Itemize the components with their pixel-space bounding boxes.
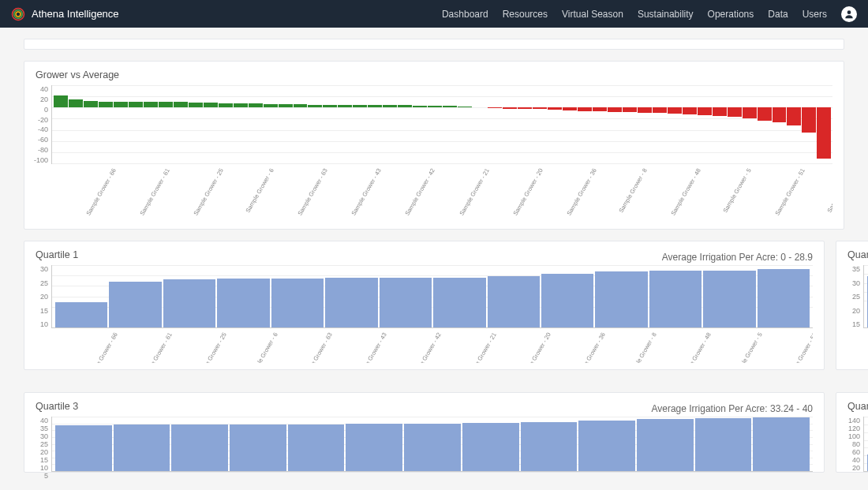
bar [230,425,286,472]
x-axis-label: Sample Grower - 36 [574,331,606,363]
bar [234,85,248,163]
bar [346,424,402,471]
bar [653,85,667,163]
bar [593,85,607,163]
bar [204,85,218,163]
bar [69,85,83,163]
bar [404,424,461,471]
bar [683,85,697,163]
bar [713,85,727,163]
bar [189,85,203,163]
bar [55,302,107,327]
nav-dashboard[interactable]: Dashboard [442,9,488,20]
bar [753,417,810,471]
card-quartile-3: Quartile 3 Average Irrigation Per Acre: … [24,392,825,473]
q3-bars [52,417,813,471]
x-axis-label: Sample Grower - 25 [196,331,228,363]
x-axis-label: Sample Grower - 42 [404,167,436,217]
q2-title: Quartile 2 [847,249,868,260]
x-axis-label: Sample Grower - 42 [410,331,443,363]
bar [114,85,128,163]
bar [698,85,712,163]
x-axis-label: Sample Grower - 51 [773,167,806,217]
q3-y-axis: 403530252015105 [36,417,51,472]
nav-operations[interactable]: Operations [708,9,754,20]
q4-y-axis: 14012010080604020 [847,417,863,472]
brand-logo-icon [11,7,25,21]
bar [518,85,532,163]
brand-name: Athena Intelligence [32,8,119,20]
nav-virtual-season[interactable]: Virtual Season [562,9,623,20]
svg-point-2 [16,12,21,17]
q1-range: Average Irrigation Per Acre: 0 - 28.9 [662,252,813,263]
x-axis-label: Sample Grower - 5 [732,331,763,363]
card-quartile-4: Quartile 4 Average Irrigation Per Acre: … [836,392,868,473]
bar [428,85,442,163]
card-grower-vs-average: Grower vs Average 40200-20-40-60-80-100 … [24,61,844,230]
bar [533,85,547,163]
x-axis-label: Sample Grower - 51 [785,331,813,363]
x-axis-label: Sample Grower - 63 [297,167,329,217]
bar [488,85,502,163]
bar [99,85,113,163]
bar [380,278,432,327]
x-axis-label: Sample Grower - 21 [458,167,490,217]
q1-title: Quartile 1 [36,249,78,260]
bar [649,271,702,327]
user-avatar-icon[interactable] [841,6,857,22]
bar [55,425,112,471]
bar [458,85,472,163]
bar [217,279,269,327]
x-axis-label: Sample Grower - 61 [141,331,174,363]
bar [279,85,293,163]
q4-title: Quartile 4 [847,401,868,412]
bar [325,278,377,327]
bar [608,85,622,163]
bar [144,85,158,163]
card-quartile-2: Quartile 2 Average Irrigation Per Acre: … [836,241,868,370]
bar [308,85,322,163]
q1-x-labels: Sample Grower - 66Sample Grower - 61Samp… [54,328,813,335]
bar [84,85,98,163]
x-axis-label: Sample Grower - 63 [301,331,334,363]
x-axis-label: Sample Grower - 5 [721,167,752,214]
bar [563,85,577,163]
bar [433,278,485,327]
card-quartile-1: Quartile 1 Average Irrigation Per Acre: … [24,241,825,370]
nav-resources[interactable]: Resources [503,9,548,20]
bar [413,85,427,163]
bar [548,85,562,163]
bar [462,423,519,471]
bar [595,271,647,327]
bar [163,279,215,327]
bar [668,85,682,163]
q2-plot [863,265,868,328]
bar [743,85,757,163]
svg-point-3 [847,10,851,14]
gva-plot [51,85,832,164]
bar [294,85,308,163]
x-axis-label: Sample Grower - 21 [465,331,497,363]
bar [638,85,652,163]
bar [174,85,188,163]
bar [758,85,772,163]
nav-data[interactable]: Data [768,9,788,20]
bar [171,425,228,471]
bar [271,279,324,327]
bar [817,85,831,163]
x-axis-label: Sample Grower - 8 [627,331,657,363]
x-axis-label: Sample Grower - 48 [679,331,712,363]
bar [503,85,517,163]
q4-plot [863,417,868,472]
bar [787,85,801,163]
x-axis-label: Sample Grower - 66 [85,167,118,217]
bar [758,269,810,327]
nav-sustainability[interactable]: Sustainability [638,9,694,20]
gva-x-labels: Sample Grower - 66Sample Grower - 61Samp… [54,164,832,171]
bar [54,85,68,163]
gva-bars [52,85,832,163]
x-axis-label: Sample Grower - 20 [519,331,552,363]
nav-users[interactable]: Users [803,9,827,20]
bar [109,282,161,327]
topbar: Athena Intelligence Dashboard Resources … [0,0,868,28]
